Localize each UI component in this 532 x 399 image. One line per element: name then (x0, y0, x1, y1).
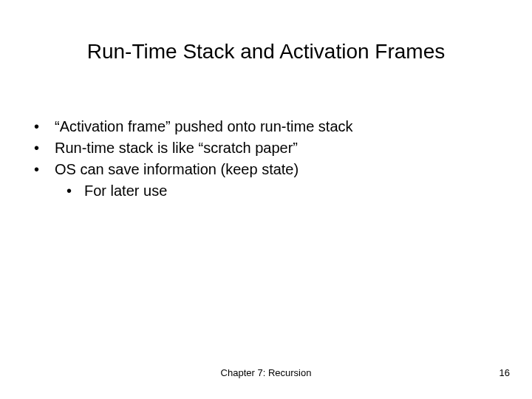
bullet-text: For later use (84, 181, 167, 201)
bullet-text: “Activation frame” pushed onto run-time … (55, 117, 353, 137)
bullet-item: • OS can save information (keep state) (30, 160, 502, 180)
bullet-icon: • (30, 160, 55, 180)
footer-page-number: 16 (499, 367, 510, 378)
bullet-item: • “Activation frame” pushed onto run-tim… (30, 117, 502, 137)
bullet-item: • Run-time stack is like “scratch paper” (30, 138, 502, 158)
bullet-icon: • (62, 181, 84, 201)
slide: Run-Time Stack and Activation Frames • “… (0, 0, 532, 399)
footer-chapter: Chapter 7: Recursion (0, 367, 532, 378)
bullet-icon: • (30, 117, 55, 137)
bullet-text: Run-time stack is like “scratch paper” (55, 138, 298, 158)
sub-bullet-item: • For later use (62, 181, 502, 201)
slide-title: Run-Time Stack and Activation Frames (0, 40, 532, 64)
slide-body: • “Activation frame” pushed onto run-tim… (30, 117, 502, 201)
bullet-icon: • (30, 138, 55, 158)
bullet-text: OS can save information (keep state) (55, 160, 299, 180)
